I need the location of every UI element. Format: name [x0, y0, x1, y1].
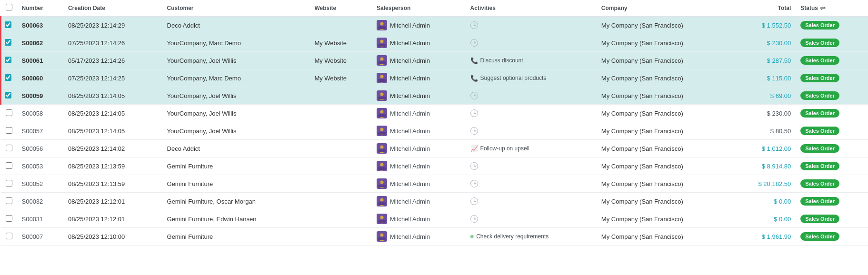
order-number[interactable]: S00061	[17, 52, 63, 69]
salesperson[interactable]: Mitchell Admin	[372, 193, 466, 210]
order-number[interactable]: S00063	[17, 16, 63, 34]
order-number[interactable]: S00007	[17, 228, 63, 246]
row-checkbox[interactable]	[6, 233, 12, 239]
row-checkbox[interactable]	[6, 215, 12, 222]
table-header-row: Number Creation Date Customer Website Sa…	[1, 0, 868, 16]
select-all-checkbox[interactable]	[6, 4, 12, 10]
col-customer[interactable]: Customer	[162, 0, 310, 16]
salesperson[interactable]: Mitchell Admin	[372, 157, 466, 175]
column-adjust-icon[interactable]: ⇌	[820, 4, 826, 12]
row-checkbox-cell[interactable]	[1, 210, 17, 228]
row-checkbox-cell[interactable]	[1, 140, 17, 157]
activities	[466, 193, 597, 210]
row-checkbox[interactable]	[5, 57, 11, 63]
order-number[interactable]: S00031	[17, 210, 63, 228]
table-row: S00053 08/25/2023 12:13:59 Gemini Furnit…	[1, 157, 868, 175]
order-number[interactable]: S00059	[17, 87, 63, 105]
row-checkbox[interactable]	[6, 197, 12, 204]
salesperson[interactable]: Mitchell Admin	[372, 16, 466, 34]
salesperson[interactable]: Mitchell Admin	[372, 69, 466, 87]
customer[interactable]: Gemini Furniture	[162, 175, 310, 193]
customer[interactable]: YourCompany, Joel Willis	[162, 52, 310, 69]
total: $ 1,552.50	[733, 16, 796, 34]
order-number[interactable]: S00052	[17, 175, 63, 193]
row-checkbox-cell[interactable]	[1, 52, 17, 69]
customer[interactable]: YourCompany, Marc Demo	[162, 34, 310, 52]
row-checkbox[interactable]	[5, 74, 11, 81]
row-checkbox-cell[interactable]	[1, 157, 17, 175]
salesperson[interactable]: Mitchell Admin	[372, 228, 466, 246]
avatar	[377, 231, 387, 242]
row-checkbox[interactable]	[6, 162, 12, 169]
order-number[interactable]: S00058	[17, 105, 63, 122]
col-company[interactable]: Company	[597, 0, 733, 16]
clock-icon	[470, 215, 478, 223]
table-row: S00062 07/25/2023 12:14:26 YourCompany, …	[1, 34, 868, 52]
salesperson[interactable]: Mitchell Admin	[372, 122, 466, 140]
row-checkbox-cell[interactable]	[1, 34, 17, 52]
svg-point-25	[380, 128, 384, 131]
row-checkbox-cell[interactable]	[1, 87, 17, 105]
order-number[interactable]: S00056	[17, 140, 63, 157]
order-number[interactable]: S00057	[17, 122, 63, 140]
status-badge: Sales Order	[800, 179, 839, 188]
row-checkbox-cell[interactable]	[1, 122, 17, 140]
creation-date: 08/25/2023 12:10:00	[63, 228, 162, 246]
row-checkbox-cell[interactable]	[1, 228, 17, 246]
customer[interactable]: Deco Addict	[162, 16, 310, 34]
salesperson[interactable]: Mitchell Admin	[372, 105, 466, 122]
row-checkbox[interactable]	[5, 92, 11, 98]
row-checkbox[interactable]	[5, 39, 11, 46]
customer[interactable]: Deco Addict	[162, 140, 310, 157]
row-checkbox[interactable]	[6, 127, 12, 134]
customer[interactable]: YourCompany, Joel Willis	[162, 122, 310, 140]
col-status[interactable]: Status ⇌	[796, 0, 868, 16]
customer[interactable]: Gemini Furniture, Edwin Hansen	[162, 210, 310, 228]
status: Sales Order	[796, 193, 868, 210]
row-checkbox-cell[interactable]	[1, 69, 17, 87]
salesperson[interactable]: Mitchell Admin	[372, 34, 466, 52]
salesperson[interactable]: Mitchell Admin	[372, 140, 466, 157]
header-checkbox-cell[interactable]	[1, 0, 17, 16]
salesperson[interactable]: Mitchell Admin	[372, 175, 466, 193]
customer[interactable]: YourCompany, Joel Willis	[162, 105, 310, 122]
website	[309, 193, 372, 210]
order-number[interactable]: S00062	[17, 34, 63, 52]
salesperson[interactable]: Mitchell Admin	[372, 87, 466, 105]
col-website[interactable]: Website	[309, 0, 372, 16]
status-badge: Sales Order	[800, 109, 839, 118]
row-checkbox[interactable]	[5, 21, 11, 28]
row-checkbox-cell[interactable]	[1, 16, 17, 34]
customer[interactable]: YourCompany, Joel Willis	[162, 87, 310, 105]
clock-icon	[470, 180, 478, 187]
activities	[466, 157, 597, 175]
salesperson[interactable]: Mitchell Admin	[372, 52, 466, 69]
col-activities[interactable]: Activities	[466, 0, 597, 16]
row-checkbox-cell[interactable]	[1, 105, 17, 122]
customer[interactable]: Gemini Furniture, Oscar Morgan	[162, 193, 310, 210]
row-checkbox[interactable]	[6, 180, 12, 187]
activities	[466, 105, 597, 122]
row-checkbox-cell[interactable]	[1, 175, 17, 193]
col-total[interactable]: Total	[733, 0, 796, 16]
col-creation-date[interactable]: Creation Date	[63, 0, 162, 16]
salesperson[interactable]: Mitchell Admin	[372, 210, 466, 228]
customer[interactable]: Gemini Furniture	[162, 228, 310, 246]
company: My Company (San Francisco)	[597, 16, 733, 34]
col-number[interactable]: Number	[17, 0, 63, 16]
col-salesperson[interactable]: Salesperson	[372, 0, 466, 16]
order-number[interactable]: S00032	[17, 193, 63, 210]
row-checkbox[interactable]	[6, 145, 12, 151]
company: My Company (San Francisco)	[597, 122, 733, 140]
status-badge: Sales Order	[800, 162, 839, 170]
creation-date: 08/25/2023 12:12:01	[63, 210, 162, 228]
order-number[interactable]: S00060	[17, 69, 63, 87]
svg-point-13	[380, 75, 384, 79]
svg-point-37	[380, 181, 384, 184]
creation-date: 08/25/2023 12:13:59	[63, 175, 162, 193]
row-checkbox-cell[interactable]	[1, 193, 17, 210]
order-number[interactable]: S00053	[17, 157, 63, 175]
row-checkbox[interactable]	[6, 109, 12, 116]
customer[interactable]: Gemini Furniture	[162, 157, 310, 175]
customer[interactable]: YourCompany, Marc Demo	[162, 69, 310, 87]
